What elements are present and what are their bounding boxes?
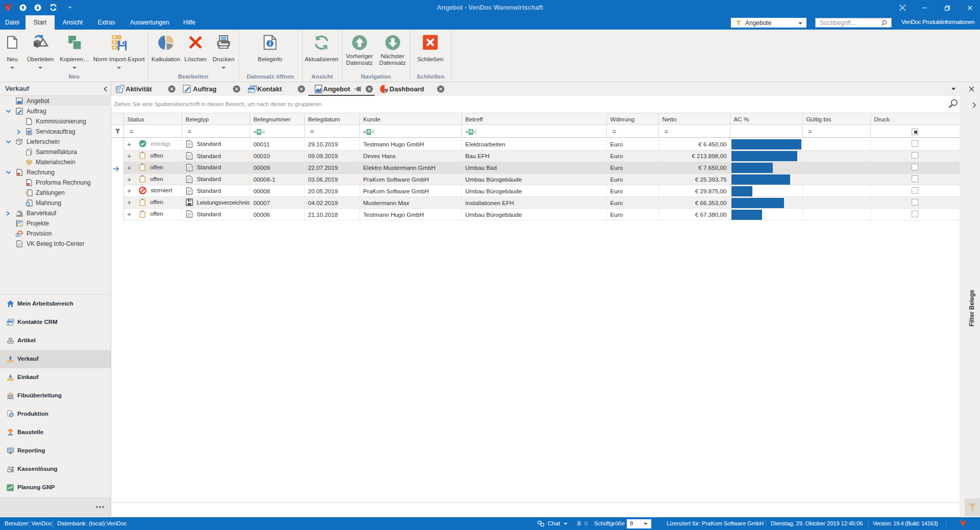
svg-text:€: € (26, 190, 29, 196)
svg-text:?: ? (27, 202, 29, 206)
